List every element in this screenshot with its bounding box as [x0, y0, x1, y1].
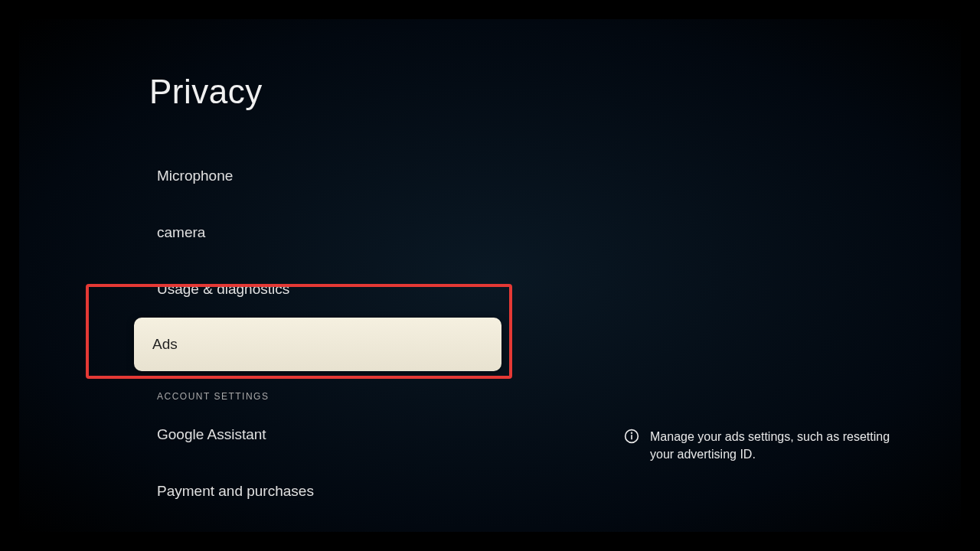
info-icon — [624, 429, 639, 444]
menu-item-payment-purchases[interactable]: Payment and purchases — [149, 463, 479, 520]
info-panel: Manage your ads settings, such as resett… — [624, 428, 915, 463]
info-text: Manage your ads settings, such as resett… — [650, 428, 915, 463]
menu-item-google-assistant[interactable]: Google Assistant — [149, 406, 479, 463]
menu-item-usage-diagnostics[interactable]: Usage & diagnostics — [149, 261, 479, 318]
content-pane: Privacy Microphone camera Usage & diagno… — [19, 19, 479, 520]
privacy-menu: Microphone camera Usage & diagnostics Ad… — [149, 148, 479, 520]
svg-point-2 — [632, 432, 632, 433]
settings-screen: Privacy Microphone camera Usage & diagno… — [19, 19, 961, 532]
menu-item-microphone[interactable]: Microphone — [149, 148, 479, 204]
page-title: Privacy — [149, 73, 479, 111]
menu-item-ads[interactable]: Ads — [134, 318, 501, 371]
menu-item-camera[interactable]: camera — [149, 204, 479, 261]
section-header-account: ACCOUNT SETTINGS — [149, 371, 479, 406]
